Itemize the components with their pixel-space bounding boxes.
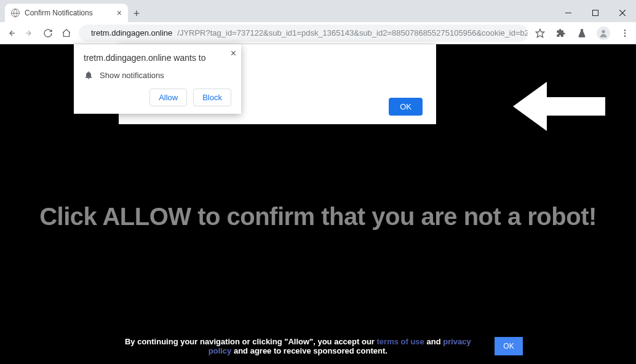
js-alert-ok-button[interactable]: OK bbox=[389, 98, 423, 116]
tab-title: Confirm Notifications bbox=[25, 9, 112, 17]
tab-close-button[interactable]: × bbox=[117, 8, 122, 18]
svg-point-10 bbox=[624, 35, 626, 37]
minimize-button[interactable] bbox=[555, 4, 582, 22]
tabs-area: Confirm Notifications × + bbox=[0, 4, 145, 22]
globe-icon bbox=[11, 9, 20, 17]
svg-point-7 bbox=[602, 30, 605, 33]
block-button[interactable]: Block bbox=[193, 89, 231, 106]
notification-close-button[interactable]: × bbox=[231, 48, 236, 59]
toolbar-right-icons bbox=[534, 26, 631, 40]
menu-button[interactable] bbox=[619, 27, 631, 39]
browser-tab[interactable]: Confirm Notifications × bbox=[5, 4, 128, 22]
svg-marker-6 bbox=[536, 29, 544, 37]
new-tab-button[interactable]: + bbox=[128, 5, 145, 22]
bell-icon bbox=[84, 70, 93, 80]
forward-button[interactable] bbox=[23, 27, 36, 39]
window-titlebar: Confirm Notifications × + bbox=[0, 0, 636, 22]
reload-button[interactable] bbox=[42, 27, 54, 39]
notification-show-text: Show notifications bbox=[100, 71, 164, 80]
main-instruction-text: Click ALLOW to confirm that you are not … bbox=[0, 203, 636, 231]
svg-point-8 bbox=[624, 30, 626, 31]
back-button[interactable] bbox=[5, 27, 17, 39]
close-window-button[interactable] bbox=[609, 4, 636, 22]
footer-bar: By continuing your navigation or clickin… bbox=[0, 337, 636, 355]
svg-point-9 bbox=[624, 32, 626, 34]
lab-icon[interactable] bbox=[576, 27, 588, 39]
svg-marker-11 bbox=[513, 82, 605, 131]
svg-rect-1 bbox=[593, 10, 598, 16]
page-content: ngagen.online says OW TO CLOSE THIS PAGE… bbox=[0, 44, 636, 364]
address-domain: tretm.ddingagen.online bbox=[91, 28, 172, 38]
maximize-button[interactable] bbox=[582, 4, 609, 22]
extensions-icon[interactable] bbox=[555, 27, 567, 39]
profile-avatar[interactable] bbox=[597, 26, 610, 40]
arrow-icon bbox=[513, 79, 605, 134]
allow-button[interactable]: Allow bbox=[149, 89, 187, 106]
address-path: /JYRPR?tag_id=737122&sub_id1=pdsk_136514… bbox=[177, 28, 528, 38]
bookmark-star-icon[interactable] bbox=[534, 27, 546, 39]
address-bar[interactable]: tretm.ddingagen.online/JYRPR?tag_id=7371… bbox=[79, 25, 528, 42]
terms-of-use-link[interactable]: terms of use bbox=[377, 337, 424, 346]
footer-ok-button[interactable]: OK bbox=[495, 337, 522, 355]
notification-permission-prompt: × tretm.ddingagen.online wants to Show n… bbox=[74, 44, 241, 114]
browser-toolbar: tretm.ddingagen.online/JYRPR?tag_id=7371… bbox=[0, 22, 636, 44]
footer-text: By continuing your navigation or clickin… bbox=[113, 337, 482, 355]
home-button[interactable] bbox=[60, 27, 73, 39]
window-controls bbox=[555, 4, 636, 22]
notification-title: tretm.ddingagen.online wants to bbox=[84, 53, 231, 63]
